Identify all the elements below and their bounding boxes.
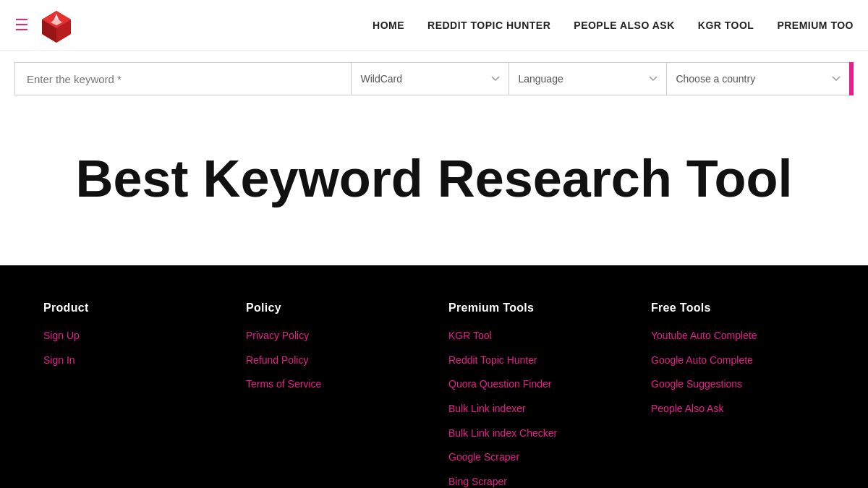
footer-link-signin[interactable]: Sign In — [43, 354, 217, 368]
header-left: ☰ — [14, 8, 74, 43]
language-select[interactable]: Language — [509, 62, 666, 95]
footer-col-policy: Policy Privacy Policy Refund Policy Term… — [246, 301, 420, 488]
footer-link-bing-scraper[interactable]: Bing Scraper — [448, 475, 622, 488]
footer-link-bulk-checker[interactable]: Bulk Link index Checker — [448, 427, 622, 441]
logo-icon — [39, 8, 74, 43]
footer-link-terms[interactable]: Terms of Service — [246, 377, 420, 392]
main-nav: HOME REDDIT TOPIC HUNTER PEOPLE ALSO ASK… — [373, 20, 854, 31]
search-button[interactable] — [849, 62, 854, 95]
hamburger-menu[interactable]: ☰ — [14, 16, 29, 35]
nav-people-also-ask[interactable]: PEOPLE ALSO ASK — [574, 20, 674, 31]
footer-link-people-ask[interactable]: People Also Ask — [651, 402, 825, 416]
search-bar: WildCard Language Choose a country — [0, 51, 868, 107]
hero-title: Best Keyword Research Tool — [14, 150, 854, 207]
footer-link-youtube-auto[interactable]: Youtube Auto Complete — [651, 329, 825, 343]
country-select[interactable]: Choose a country — [666, 62, 849, 95]
footer-col-product: Product Sign Up Sign In — [43, 301, 217, 488]
footer-link-privacy[interactable]: Privacy Policy — [246, 329, 420, 343]
footer-link-reddit[interactable]: Reddit Topic Hunter — [448, 354, 622, 368]
footer-col-product-heading: Product — [43, 301, 217, 314]
footer-grid: Product Sign Up Sign In Policy Privacy P… — [43, 301, 825, 488]
footer-link-google-scraper[interactable]: Google Scraper — [448, 450, 622, 465]
footer-link-google-suggest[interactable]: Google Suggestions — [651, 377, 825, 392]
footer-link-google-auto[interactable]: Google Auto Complete — [651, 354, 825, 368]
wildcard-select[interactable]: WildCard — [351, 62, 509, 95]
footer-col-premium-heading: Premium Tools — [448, 301, 622, 314]
footer-col-free: Free Tools Youtube Auto Complete Google … — [651, 301, 825, 488]
site-footer: Product Sign Up Sign In Policy Privacy P… — [0, 265, 868, 488]
nav-premium-tool[interactable]: PREMIUM TOO — [777, 20, 854, 31]
keyword-input[interactable] — [14, 62, 351, 95]
footer-link-bulk-indexer[interactable]: Bulk Link indexer — [448, 402, 622, 416]
footer-col-premium: Premium Tools KGR Tool Reddit Topic Hunt… — [448, 301, 622, 488]
footer-link-signup[interactable]: Sign Up — [43, 329, 217, 343]
footer-link-kgr[interactable]: KGR Tool — [448, 329, 622, 343]
nav-kgr-tool[interactable]: KGR TOOL — [698, 20, 754, 31]
footer-col-free-heading: Free Tools — [651, 301, 825, 314]
footer-link-refund[interactable]: Refund Policy — [246, 354, 420, 368]
nav-home[interactable]: HOME — [373, 20, 404, 31]
footer-link-quora[interactable]: Quora Question Finder — [448, 377, 622, 392]
nav-reddit-topic-hunter[interactable]: REDDIT TOPIC HUNTER — [427, 20, 550, 31]
hero-section: Best Keyword Research Tool — [0, 107, 868, 265]
footer-col-policy-heading: Policy — [246, 301, 420, 314]
site-header: ☰ HOME REDDIT TOPIC HUNTER PEOPLE ALSO A… — [0, 0, 868, 51]
